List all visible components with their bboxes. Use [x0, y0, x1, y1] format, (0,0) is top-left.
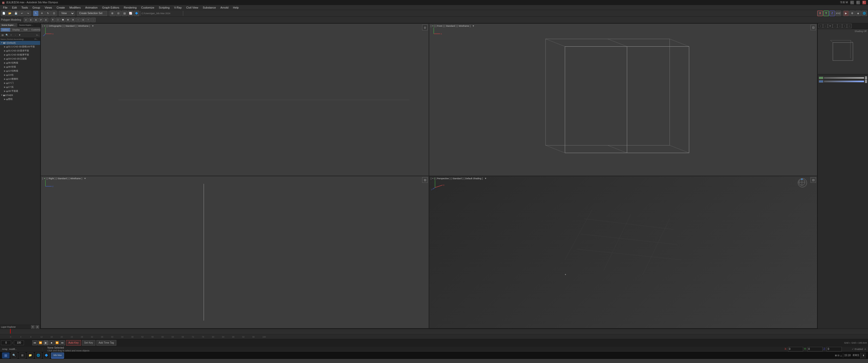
- vp-nav-btn4[interactable]: ○: [833, 24, 837, 28]
- vp-nav-btn7[interactable]: □: [847, 24, 851, 28]
- pm-grow-btn[interactable]: +: [86, 18, 91, 22]
- prev-frame-btn[interactable]: ⏪: [38, 340, 43, 345]
- menu-help[interactable]: Help: [231, 5, 241, 9]
- list-item[interactable]: ▶ ◉ 18-平面遮: [0, 89, 40, 93]
- slider2[interactable]: [824, 80, 864, 82]
- list-item[interactable]: ▶ ◉ 01-1-CAD-3D基模100平面: [0, 45, 40, 49]
- timeline[interactable]: [0, 329, 868, 334]
- list-item[interactable]: ▶ ◉ 14-楼梯间: [0, 77, 40, 81]
- search-btn[interactable]: 🔍: [10, 353, 18, 359]
- pm-loop-btn[interactable]: ○: [76, 18, 81, 22]
- render-setup-btn[interactable]: ⚙: [849, 10, 855, 16]
- layer-list[interactable]: ▼ ◉ 0 (Default) ▶ ◉ 01-1-CAD-3D基模100平面 ▶…: [0, 41, 40, 325]
- frame-total-input[interactable]: [14, 340, 24, 345]
- viewport-orthographic[interactable]: [ + ] [ Orthographic ] [ Standard ] [ Wi…: [41, 24, 429, 176]
- menu-group[interactable]: Group: [30, 5, 42, 9]
- rotate-btn[interactable]: ↻: [45, 10, 51, 16]
- select-move-btn[interactable]: ✛: [39, 10, 45, 16]
- material-editor-btn[interactable]: ◈: [856, 10, 861, 16]
- y-coord-field[interactable]: [807, 347, 823, 352]
- list-item[interactable]: ▶ ◉ 03-CAD-2D立面图: [0, 57, 40, 61]
- list-item[interactable]: ▼ ◉ 0 (Default): [0, 41, 40, 45]
- menu-customize[interactable]: Customize: [139, 5, 156, 9]
- close-btn[interactable]: ✕: [863, 1, 866, 4]
- menu-tools[interactable]: Tools: [20, 5, 30, 9]
- timeline-track[interactable]: [0, 329, 868, 334]
- redo-btn[interactable]: ↪: [25, 10, 31, 16]
- ref-coord-dropdown[interactable]: View World Screen: [59, 11, 75, 16]
- list-item[interactable]: ▶ ◉ 13-柱: [0, 73, 40, 77]
- taskbar-chrome[interactable]: 🌐: [35, 353, 42, 359]
- viewport-perspective[interactable]: [ + ] [ Perspective ] [ Standard ] [ Def…: [429, 176, 817, 328]
- taskview-btn[interactable]: ⊞: [19, 353, 26, 359]
- btn-display[interactable]: Display: [10, 28, 22, 32]
- clock-date[interactable]: 星期五: [852, 354, 860, 357]
- taskbar-edge[interactable]: 🔷: [43, 353, 50, 359]
- le-btn1[interactable]: ⊞: [31, 325, 35, 329]
- pm-btn1[interactable]: V: [24, 18, 28, 22]
- create-selection-input[interactable]: Create Selection Set: [77, 11, 107, 16]
- axis-x-btn[interactable]: X: [817, 10, 823, 16]
- show-desktop-btn[interactable]: ▮: [861, 353, 866, 359]
- exp-filter-btn[interactable]: ▼: [18, 33, 22, 37]
- menu-scripting[interactable]: Scripting: [157, 5, 172, 9]
- pm-bevel-btn[interactable]: ⬡: [56, 18, 60, 22]
- tab-scene-def[interactable]: Scene Explorer - Def...: [18, 23, 35, 27]
- le-btn2[interactable]: ▤: [36, 325, 39, 329]
- taskbar-explorer[interactable]: 📁: [27, 353, 34, 359]
- tab-scene-layer[interactable]: Scene Explorer - Layer Expl...: [0, 23, 18, 27]
- vp-nav-btn5[interactable]: □: [837, 24, 842, 28]
- stop-btn[interactable]: ■: [49, 340, 54, 345]
- vp-nav-btn6[interactable]: +: [842, 24, 847, 28]
- exp-search-btn[interactable]: 🔍: [5, 33, 9, 37]
- render-btn[interactable]: ▶: [843, 10, 849, 16]
- play-btn[interactable]: ▶: [43, 340, 49, 345]
- menu-animation[interactable]: Animation: [83, 5, 100, 9]
- list-item[interactable]: ▶ ◉ 08-轻墙: [0, 65, 40, 69]
- list-item[interactable]: ▶ ◉ 17-门: [0, 81, 40, 85]
- environments-btn[interactable]: 🌐: [862, 10, 867, 16]
- exp-add-btn[interactable]: +: [9, 33, 13, 37]
- list-item[interactable]: ▼ ◉ OTHER: [0, 93, 40, 97]
- autokey-btn[interactable]: Auto Key: [66, 340, 81, 345]
- btn-select[interactable]: Select: [0, 28, 10, 32]
- save-btn[interactable]: 💾: [13, 10, 19, 16]
- pm-bridge-btn[interactable]: ⊠: [66, 18, 70, 22]
- schematic-btn[interactable]: 🔷: [134, 10, 139, 16]
- curve-editor-btn[interactable]: 📈: [128, 10, 133, 16]
- list-item[interactable]: ▶ ◉ 12-结构墙: [0, 69, 40, 73]
- pm-extrude-btn[interactable]: ⬆: [51, 18, 55, 22]
- menu-rendering[interactable]: Rendering: [122, 5, 139, 9]
- menu-graph-editors[interactable]: Graph Editors: [100, 5, 121, 9]
- taskbar-3dsmax[interactable]: 3ds Max: [51, 353, 64, 359]
- minimize-btn[interactable]: ─: [850, 1, 854, 4]
- viewport-front[interactable]: [ + ] [ Front ] [ Standard ] [ Wireframe…: [429, 24, 817, 176]
- mirror-btn[interactable]: ⊞: [110, 10, 115, 16]
- pm-btn5[interactable]: E: [44, 18, 49, 22]
- right-panel-miniview[interactable]: Shading Off: [818, 29, 868, 74]
- new-btn[interactable]: 📄: [1, 10, 6, 16]
- pm-btn4[interactable]: P: [39, 18, 43, 22]
- align-btn[interactable]: ⊟: [116, 10, 121, 16]
- next-frame-btn[interactable]: ⏩: [55, 340, 60, 345]
- menu-substance[interactable]: Substance: [201, 5, 218, 9]
- menu-edit[interactable]: Edit: [10, 5, 19, 9]
- z-coord-field[interactable]: [827, 347, 842, 352]
- layer-mgr-btn[interactable]: ▤: [122, 10, 127, 16]
- vp-nav-btn2[interactable]: □: [823, 24, 828, 28]
- menu-vray[interactable]: V-Ray: [172, 5, 184, 9]
- exp-del-btn[interactable]: -: [13, 33, 18, 37]
- clock-time[interactable]: 15:18: [844, 354, 850, 357]
- x-coord-field[interactable]: [788, 347, 803, 352]
- xyz-all-btn[interactable]: XYZ: [835, 10, 841, 16]
- menu-civilview[interactable]: Civil View: [184, 5, 200, 9]
- open-btn[interactable]: 📂: [7, 10, 12, 16]
- list-item[interactable]: ▶ ◉ 01-CAD-2D基准平面: [0, 49, 40, 53]
- menu-modifiers[interactable]: Modifiers: [67, 5, 83, 9]
- pm-inset-btn[interactable]: ⬢: [61, 18, 65, 22]
- pm-btn2[interactable]: E: [29, 18, 33, 22]
- vp-maximize-btn-front[interactable]: ⊡: [810, 25, 816, 30]
- slider1[interactable]: [824, 77, 864, 79]
- addtimetag-btn[interactable]: Add Time Tag: [96, 340, 116, 345]
- axis-y-btn[interactable]: Y: [823, 10, 829, 16]
